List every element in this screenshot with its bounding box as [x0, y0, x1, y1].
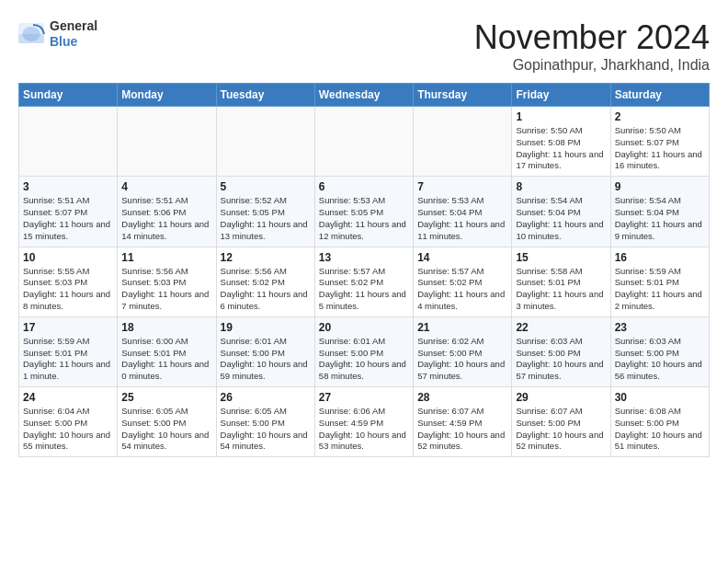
location-title: Gopinathpur, Jharkhand, India — [474, 57, 710, 74]
calendar-cell: 7Sunrise: 5:53 AM Sunset: 5:04 PM Daylig… — [414, 177, 512, 247]
day-number: 23 — [615, 321, 705, 334]
calendar-cell: 3Sunrise: 5:51 AM Sunset: 5:07 PM Daylig… — [19, 177, 118, 247]
day-number: 5 — [221, 180, 311, 193]
day-number: 17 — [23, 321, 113, 334]
calendar-cell: 4Sunrise: 5:51 AM Sunset: 5:06 PM Daylig… — [118, 177, 216, 247]
calendar-week-row: 24Sunrise: 6:04 AM Sunset: 5:00 PM Dayli… — [19, 387, 710, 457]
calendar-cell: 20Sunrise: 6:01 AM Sunset: 5:00 PM Dayli… — [314, 316, 413, 386]
day-number: 12 — [221, 251, 311, 264]
month-title: November 2024 — [474, 18, 710, 57]
calendar-cell: 22Sunrise: 6:03 AM Sunset: 5:00 PM Dayli… — [512, 316, 610, 386]
calendar-cell — [314, 107, 413, 177]
calendar-cell: 9Sunrise: 5:54 AM Sunset: 5:04 PM Daylig… — [610, 177, 709, 247]
day-info: Sunrise: 6:03 AM Sunset: 5:00 PM Dayligh… — [615, 336, 705, 383]
calendar-cell: 10Sunrise: 5:55 AM Sunset: 5:03 PM Dayli… — [19, 247, 118, 316]
day-number: 29 — [516, 391, 606, 404]
calendar-cell: 18Sunrise: 6:00 AM Sunset: 5:01 PM Dayli… — [118, 316, 216, 386]
calendar-cell: 19Sunrise: 6:01 AM Sunset: 5:00 PM Dayli… — [216, 316, 314, 386]
calendar-cell: 24Sunrise: 6:04 AM Sunset: 5:00 PM Dayli… — [19, 387, 118, 457]
day-number: 3 — [23, 180, 113, 193]
calendar-cell: 2Sunrise: 5:50 AM Sunset: 5:07 PM Daylig… — [610, 107, 709, 177]
calendar-cell: 6Sunrise: 5:53 AM Sunset: 5:05 PM Daylig… — [314, 177, 413, 247]
day-number: 25 — [121, 391, 211, 404]
day-info: Sunrise: 6:05 AM Sunset: 5:00 PM Dayligh… — [221, 406, 311, 453]
day-number: 18 — [121, 321, 211, 334]
day-info: Sunrise: 5:57 AM Sunset: 5:02 PM Dayligh… — [417, 266, 507, 313]
day-info: Sunrise: 5:54 AM Sunset: 5:04 PM Dayligh… — [516, 195, 606, 242]
day-number: 24 — [23, 391, 113, 404]
calendar-week-row: 10Sunrise: 5:55 AM Sunset: 5:03 PM Dayli… — [19, 247, 710, 316]
calendar-cell — [118, 107, 216, 177]
page-header: General Blue November 2024 Gopinathpur, … — [18, 18, 710, 74]
calendar-cell: 5Sunrise: 5:52 AM Sunset: 5:05 PM Daylig… — [216, 177, 314, 247]
calendar-cell: 26Sunrise: 6:05 AM Sunset: 5:00 PM Dayli… — [216, 387, 314, 457]
day-info: Sunrise: 6:01 AM Sunset: 5:00 PM Dayligh… — [319, 336, 409, 383]
calendar-header-row: SundayMondayTuesdayWednesdayThursdayFrid… — [19, 84, 710, 107]
day-info: Sunrise: 5:51 AM Sunset: 5:06 PM Dayligh… — [121, 195, 211, 242]
calendar-header-friday: Friday — [512, 84, 610, 107]
day-info: Sunrise: 5:59 AM Sunset: 5:01 PM Dayligh… — [23, 336, 113, 383]
day-info: Sunrise: 6:00 AM Sunset: 5:01 PM Dayligh… — [121, 336, 211, 383]
day-info: Sunrise: 5:50 AM Sunset: 5:08 PM Dayligh… — [516, 125, 606, 172]
title-block: November 2024 Gopinathpur, Jharkhand, In… — [474, 18, 710, 74]
day-number: 13 — [319, 251, 409, 264]
day-number: 8 — [516, 180, 606, 193]
calendar-cell: 11Sunrise: 5:56 AM Sunset: 5:03 PM Dayli… — [118, 247, 216, 316]
day-info: Sunrise: 5:50 AM Sunset: 5:07 PM Dayligh… — [615, 125, 705, 172]
day-number: 11 — [121, 251, 211, 264]
calendar-header-wednesday: Wednesday — [314, 84, 413, 107]
day-info: Sunrise: 6:08 AM Sunset: 5:00 PM Dayligh… — [615, 406, 705, 453]
calendar-week-row: 3Sunrise: 5:51 AM Sunset: 5:07 PM Daylig… — [19, 177, 710, 247]
calendar-cell: 13Sunrise: 5:57 AM Sunset: 5:02 PM Dayli… — [314, 247, 413, 316]
day-info: Sunrise: 6:07 AM Sunset: 5:00 PM Dayligh… — [516, 406, 606, 453]
day-info: Sunrise: 5:52 AM Sunset: 5:05 PM Dayligh… — [221, 195, 311, 242]
day-info: Sunrise: 6:06 AM Sunset: 4:59 PM Dayligh… — [319, 406, 409, 453]
day-number: 4 — [121, 180, 211, 193]
day-number: 10 — [23, 251, 113, 264]
day-info: Sunrise: 5:58 AM Sunset: 5:01 PM Dayligh… — [516, 266, 606, 313]
calendar-header-thursday: Thursday — [414, 84, 512, 107]
day-info: Sunrise: 5:54 AM Sunset: 5:04 PM Dayligh… — [615, 195, 705, 242]
day-number: 7 — [417, 180, 507, 193]
logo-icon — [18, 23, 46, 45]
calendar-cell: 27Sunrise: 6:06 AM Sunset: 4:59 PM Dayli… — [314, 387, 413, 457]
day-info: Sunrise: 6:05 AM Sunset: 5:00 PM Dayligh… — [121, 406, 211, 453]
day-number: 14 — [417, 251, 507, 264]
calendar-header-monday: Monday — [118, 84, 216, 107]
calendar-cell: 23Sunrise: 6:03 AM Sunset: 5:00 PM Dayli… — [610, 316, 709, 386]
day-number: 2 — [615, 110, 705, 123]
day-info: Sunrise: 5:59 AM Sunset: 5:01 PM Dayligh… — [615, 266, 705, 313]
calendar-cell: 1Sunrise: 5:50 AM Sunset: 5:08 PM Daylig… — [512, 107, 610, 177]
day-number: 15 — [516, 251, 606, 264]
day-info: Sunrise: 5:55 AM Sunset: 5:03 PM Dayligh… — [23, 266, 113, 313]
calendar-cell: 8Sunrise: 5:54 AM Sunset: 5:04 PM Daylig… — [512, 177, 610, 247]
calendar-cell — [19, 107, 118, 177]
day-number: 21 — [417, 321, 507, 334]
day-number: 22 — [516, 321, 606, 334]
day-number: 6 — [319, 180, 409, 193]
calendar-cell: 15Sunrise: 5:58 AM Sunset: 5:01 PM Dayli… — [512, 247, 610, 316]
calendar-header-sunday: Sunday — [19, 84, 118, 107]
calendar-cell: 29Sunrise: 6:07 AM Sunset: 5:00 PM Dayli… — [512, 387, 610, 457]
day-number: 26 — [221, 391, 311, 404]
svg-rect-1 — [18, 34, 44, 43]
day-info: Sunrise: 6:01 AM Sunset: 5:00 PM Dayligh… — [221, 336, 311, 383]
calendar-cell — [414, 107, 512, 177]
day-number: 9 — [615, 180, 705, 193]
day-number: 27 — [319, 391, 409, 404]
calendar-header-tuesday: Tuesday — [216, 84, 314, 107]
day-number: 20 — [319, 321, 409, 334]
calendar-cell: 14Sunrise: 5:57 AM Sunset: 5:02 PM Dayli… — [414, 247, 512, 316]
calendar-cell — [216, 107, 314, 177]
calendar-cell: 12Sunrise: 5:56 AM Sunset: 5:02 PM Dayli… — [216, 247, 314, 316]
day-info: Sunrise: 5:51 AM Sunset: 5:07 PM Dayligh… — [23, 195, 113, 242]
day-info: Sunrise: 5:53 AM Sunset: 5:05 PM Dayligh… — [319, 195, 409, 242]
calendar-header-saturday: Saturday — [610, 84, 709, 107]
calendar-cell: 30Sunrise: 6:08 AM Sunset: 5:00 PM Dayli… — [610, 387, 709, 457]
calendar-cell: 25Sunrise: 6:05 AM Sunset: 5:00 PM Dayli… — [118, 387, 216, 457]
day-info: Sunrise: 5:57 AM Sunset: 5:02 PM Dayligh… — [319, 266, 409, 313]
calendar-week-row: 17Sunrise: 5:59 AM Sunset: 5:01 PM Dayli… — [19, 316, 710, 386]
day-info: Sunrise: 6:02 AM Sunset: 5:00 PM Dayligh… — [417, 336, 507, 383]
calendar-cell: 28Sunrise: 6:07 AM Sunset: 4:59 PM Dayli… — [414, 387, 512, 457]
day-number: 30 — [615, 391, 705, 404]
